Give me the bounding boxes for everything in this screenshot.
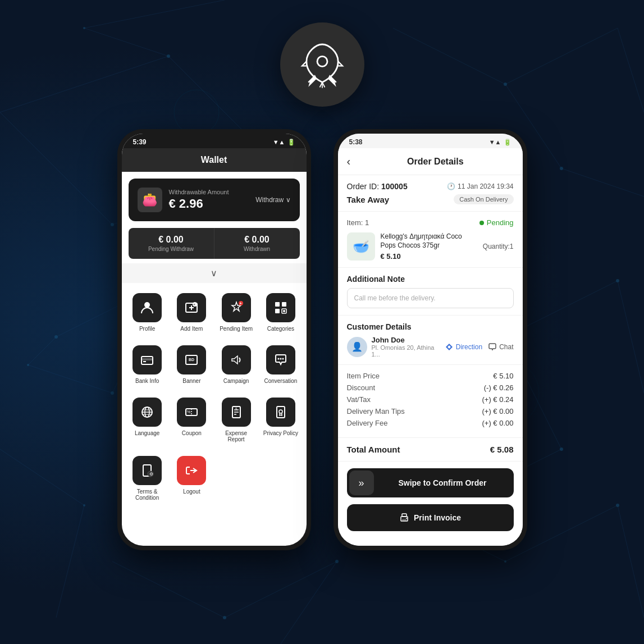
svg-point-36: [560, 167, 563, 170]
svg-rect-68: [141, 358, 153, 360]
customer-name: John Doe: [372, 336, 440, 344]
product-price: € 5.10: [381, 252, 477, 261]
pricing-section: Item Price € 5.10 Discount (-) € 0.26 Va…: [338, 365, 523, 438]
svg-point-41: [335, 560, 339, 563]
svg-point-88: [279, 410, 282, 413]
swipe-confirm-button[interactable]: » Swipe to Confirm Order: [347, 468, 514, 497]
menu-item-add-item[interactable]: + Add Item: [171, 287, 213, 337]
logout-label: Logout: [183, 488, 200, 495]
clock-icon: 🕐: [447, 182, 455, 190]
coupon-label: Coupon: [182, 430, 202, 436]
menu-item-logout[interactable]: Logout: [171, 450, 213, 506]
svg-line-8: [28, 365, 112, 393]
wallet-icon-box: 👛: [138, 188, 162, 212]
terms-icon-box: ⚙: [133, 456, 162, 485]
svg-point-37: [616, 279, 619, 282]
svg-point-43: [27, 364, 29, 366]
pending-withdraw-label: Pending Withdraw: [133, 246, 209, 252]
wallet-time: 5:39: [133, 138, 147, 146]
svg-line-3: [0, 112, 112, 225]
wallet-status-bar: 5:39 ▼▲ 🔋: [122, 134, 307, 148]
menu-item-pending-item[interactable]: + Pending Item: [215, 287, 257, 337]
wallet-signal-icon: ▼▲: [273, 139, 285, 145]
chevron-down[interactable]: ∨: [122, 263, 307, 283]
withdraw-button[interactable]: Withdraw ∨: [255, 196, 290, 204]
bank-info-icon-box: [133, 345, 162, 374]
customer-row: 👤 John Doe Pl. Omonias 20, Athina 1... D…: [347, 336, 514, 358]
wallet-stats: € 0.00 Pending Withdraw € 0.00 Withdrawn: [129, 228, 300, 259]
wallet-card: 👛 Withdrawable Amount € 2.96 Withdraw ∨: [129, 179, 300, 221]
campaign-label: Campaign: [223, 378, 249, 384]
menu-item-privacy-policy[interactable]: Privacy Policy: [259, 392, 302, 448]
svg-line-22: [225, 561, 337, 618]
menu-item-coupon[interactable]: % Coupon: [171, 392, 213, 448]
menu-item-campaign[interactable]: Campaign: [215, 340, 257, 390]
wallet-title: Wallet: [201, 155, 227, 165]
direction-button[interactable]: Direction: [445, 342, 482, 351]
svg-rect-61: [275, 302, 280, 307]
pending-withdraw-amount: € 0.00: [133, 235, 209, 245]
order-status-icons: ▼▲ 🔋: [489, 139, 511, 146]
menu-item-banner[interactable]: BD Banner: [171, 340, 213, 390]
order-id-label: Order ID:: [347, 182, 380, 191]
svg-line-26: [618, 505, 644, 618]
price-row-delivery: Delivery Fee (+) € 0.00: [347, 419, 514, 427]
withdrawable-amount: € 2.96: [169, 197, 229, 211]
privacy-policy-icon-box: [266, 398, 295, 427]
svg-rect-63: [275, 309, 280, 313]
categories-icon-box: [266, 293, 295, 322]
chat-button[interactable]: Chat: [488, 342, 513, 351]
print-invoice-button[interactable]: Print Invoice: [347, 504, 514, 531]
svg-point-40: [223, 616, 226, 619]
item-price-value: € 5.10: [493, 372, 513, 380]
withdrawn-amount: € 0.00: [219, 235, 295, 245]
menu-item-language[interactable]: Language: [126, 392, 168, 448]
customer-avatar: 👤: [347, 337, 367, 357]
wallet-header: Wallet: [122, 148, 307, 172]
discount-value: (-) € 0.26: [484, 383, 514, 392]
svg-line-23: [281, 561, 337, 644]
note-input[interactable]: Call me before the delivery.: [347, 288, 514, 308]
customer-info: John Doe Pl. Omonias 20, Athina 1...: [372, 336, 440, 358]
add-item-icon-box: +: [177, 293, 206, 322]
svg-point-47: [174, 90, 219, 135]
svg-point-31: [111, 223, 114, 226]
order-content: Order ID: 100005 🕐 11 Jan 2024 19:34 Tak…: [338, 175, 523, 546]
menu-item-terms[interactable]: ⚙ Terms & Condition: [126, 450, 168, 506]
expense-report-label: Expense Report: [217, 430, 255, 442]
menu-grid: Profile + Add Item + Pending Item: [122, 283, 307, 511]
menu-item-profile[interactable]: Profile: [126, 287, 168, 337]
svg-point-53: [144, 302, 150, 308]
order-meta: Order ID: 100005 🕐 11 Jan 2024 19:34 Tak…: [338, 175, 523, 212]
total-label: Total Amount: [347, 445, 400, 454]
item-count-row: Item: 1 Pending: [347, 218, 514, 227]
svg-rect-62: [282, 302, 286, 307]
order-status-bar: 5:38 ▼▲ 🔋: [338, 134, 523, 148]
svg-point-98: [406, 518, 407, 519]
wallet-card-left: 👛 Withdrawable Amount € 2.96: [138, 188, 229, 212]
chat-label: Chat: [499, 343, 513, 351]
expense-report-icon-box: $: [222, 398, 251, 427]
customer-section-title: Customer Details: [347, 322, 514, 331]
product-info: Kellogg's Δημητριακά Coco Pops Chocos 37…: [381, 232, 477, 260]
customer-address: Pl. Omonias 20, Athina 1...: [372, 344, 440, 358]
order-date: 🕐 11 Jan 2024 19:34: [447, 182, 513, 190]
back-button[interactable]: ‹: [347, 155, 351, 168]
categories-label: Categories: [267, 326, 294, 332]
pending-badge: Pending: [479, 218, 514, 227]
menu-item-bank-info[interactable]: Bank Info: [126, 340, 168, 390]
svg-point-35: [504, 83, 507, 86]
menu-item-expense-report[interactable]: $ Expense Report: [215, 392, 257, 448]
delivery-fee-label: Delivery Fee: [347, 419, 388, 427]
wallet-phone: 5:39 ▼▲ 🔋 Wallet 👛 Withdrawable Amount €…: [117, 129, 311, 550]
vat-value: (+) € 0.24: [482, 395, 513, 404]
svg-point-72: [277, 358, 279, 360]
menu-item-conversation[interactable]: Conversation: [259, 340, 302, 390]
note-placeholder: Call me before the delivery.: [354, 294, 436, 302]
svg-text:+: +: [193, 303, 195, 307]
order-type-row: Take Away Cash On Delivery: [347, 194, 514, 204]
pending-label: Pending: [487, 218, 514, 227]
menu-item-categories[interactable]: Categories: [259, 287, 302, 337]
svg-line-12: [393, 28, 505, 84]
total-value: € 5.08: [490, 445, 514, 454]
